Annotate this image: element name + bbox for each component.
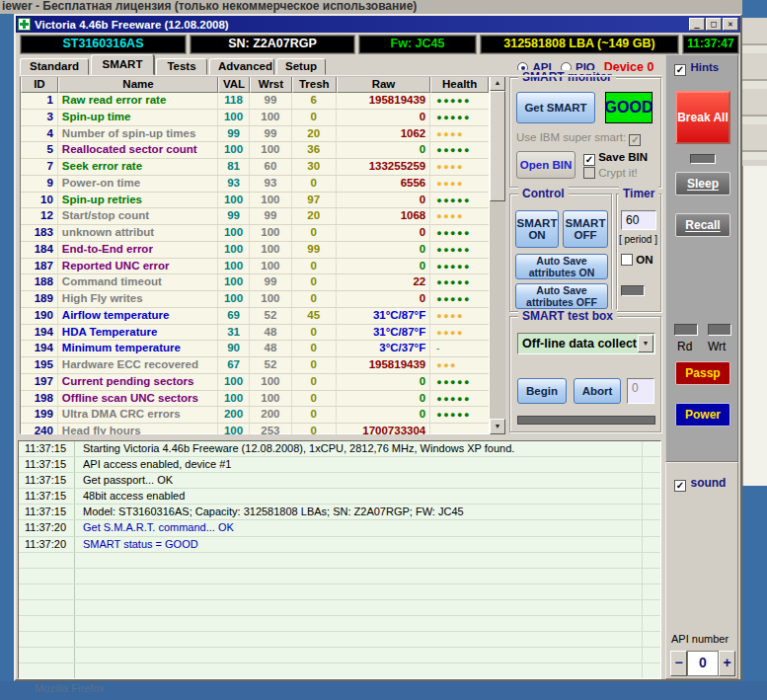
- begin-button[interactable]: Begin: [517, 378, 567, 404]
- sound-checkbox[interactable]: [674, 480, 686, 492]
- hints-checkbox[interactable]: [674, 64, 686, 76]
- table-row[interactable]: 240Head fly hours10025301700733304: [21, 424, 489, 434]
- timer-input[interactable]: 60: [621, 210, 656, 230]
- table-row[interactable]: 198Offline scan UNC sectors10010000●●●●●: [21, 391, 489, 408]
- abort-button[interactable]: Abort: [574, 378, 621, 404]
- log-end-cell: [643, 505, 660, 519]
- table-row[interactable]: 199Ultra DMA CRC errors20020000●●●●●: [21, 407, 489, 424]
- rd-label: Rd: [677, 340, 692, 353]
- col-name[interactable]: Name: [58, 76, 218, 93]
- timer-on-checkbox[interactable]: [621, 254, 633, 266]
- log-message: [75, 569, 643, 583]
- table-row[interactable]: 195Hardware ECC recovered67520195819439●…: [21, 357, 489, 374]
- cell-id: 194: [21, 341, 58, 356]
- api-plus-button[interactable]: +: [719, 651, 735, 676]
- table-row[interactable]: 5Reallocated sector count100100360●●●●●: [21, 142, 489, 159]
- table-row[interactable]: 3Spin-up time10010000●●●●●: [21, 110, 489, 126]
- col-raw[interactable]: Raw: [337, 76, 431, 93]
- api-minus-button[interactable]: −: [670, 651, 687, 676]
- table-row[interactable]: 4Number of spin-up times9999201062●●●●: [21, 126, 489, 143]
- cell-id: 183: [21, 225, 58, 241]
- scroll-down-icon[interactable]: ▼: [490, 419, 505, 434]
- table-row[interactable]: 188Command timeout10099022●●●●●: [21, 274, 489, 291]
- table-row[interactable]: 187Reported UNC error10010000●●●●●: [21, 259, 489, 275]
- cell-name: Power-on time: [58, 176, 218, 192]
- power-button[interactable]: Power: [675, 403, 730, 427]
- table-row[interactable]: 190Airflow temperature69524531°C/87°F●●●…: [21, 308, 489, 325]
- period-label: [ period ]: [619, 234, 657, 245]
- cell-tresh: 0: [292, 325, 337, 341]
- table-row[interactable]: 183unknown attribut10010000●●●●●: [21, 225, 489, 242]
- minimize-button[interactable]: _: [689, 18, 705, 31]
- cell-id: 197: [21, 374, 58, 390]
- col-wrst[interactable]: Wrst: [250, 76, 292, 93]
- cell-val: 118: [218, 93, 250, 109]
- test-select[interactable]: Off-line data collect ▼: [517, 333, 655, 354]
- log-end-cell: [643, 473, 660, 488]
- table-row[interactable]: 7Seek error rate816030133255259●●●●: [21, 159, 489, 176]
- chevron-down-icon[interactable]: ▼: [638, 335, 653, 352]
- right-sidebar: Hints Break All Sleep Recall Rd Wrt Pass…: [665, 54, 738, 462]
- col-tresh[interactable]: Tresh: [292, 76, 337, 93]
- table-row[interactable]: 197Current pending sectors10010000●●●●●: [21, 374, 489, 391]
- crypt-checkbox[interactable]: [583, 167, 595, 179]
- open-bin-button[interactable]: Open BIN: [516, 151, 575, 179]
- passport-button[interactable]: Passp: [675, 361, 730, 385]
- smart-monitor-title: SMART monitor: [518, 70, 616, 84]
- table-row[interactable]: 194Minimum temperature904803°C/37°F-: [21, 341, 489, 357]
- tab-smart[interactable]: SMART: [91, 54, 154, 75]
- scrollbar-thumb[interactable]: [490, 91, 505, 201]
- cell-wrst: 93: [250, 176, 292, 192]
- cell-raw: 0: [337, 193, 431, 208]
- table-row[interactable]: 184End-to-End error100100990●●●●●: [21, 242, 489, 259]
- cell-wrst: 60: [250, 159, 292, 175]
- cell-val: 100: [218, 391, 250, 407]
- cell-tresh: 97: [292, 193, 337, 208]
- close-button[interactable]: ✕: [723, 18, 738, 31]
- break-all-button[interactable]: Break All: [675, 91, 730, 144]
- table-row[interactable]: 189High Fly writes10010000●●●●●: [21, 291, 489, 308]
- col-val[interactable]: VAL: [218, 76, 250, 93]
- tab-tests[interactable]: Tests: [156, 58, 207, 75]
- table-scrollbar[interactable]: ▲ ▼: [490, 75, 505, 434]
- cell-health: [430, 424, 489, 434]
- col-id[interactable]: ID: [21, 76, 58, 93]
- get-smart-button[interactable]: Get SMART: [516, 92, 595, 123]
- log-end-cell: [643, 441, 660, 456]
- title-bar[interactable]: Victoria 4.46b Freeware (12.08.2008) _ □…: [16, 16, 740, 33]
- log-area[interactable]: 11:37:15Starting Victoria 4.46b Freeware…: [18, 440, 661, 679]
- cell-wrst: 100: [250, 225, 292, 241]
- tab-setup[interactable]: Setup: [276, 58, 326, 75]
- tab-advanced[interactable]: Advanced: [209, 58, 274, 75]
- cell-tresh: 36: [292, 142, 337, 158]
- cell-val: 69: [218, 308, 250, 324]
- test-count-input[interactable]: 0: [627, 378, 654, 404]
- write-led: [708, 324, 731, 336]
- cell-name: Current pending sectors: [58, 374, 218, 390]
- cell-name: Ultra DMA CRC errors: [58, 407, 218, 423]
- table-row[interactable]: 10Spin-up retries100100970●●●●●: [21, 193, 489, 209]
- cell-raw: 1062: [337, 126, 431, 142]
- victoria-window: Victoria 4.46b Freeware (12.08.2008) _ □…: [14, 14, 742, 681]
- table-row[interactable]: 1Raw read error rate118996195819439●●●●●: [21, 93, 489, 110]
- table-row[interactable]: 194HDA Temperature3148031°C/87°F●●●●: [21, 325, 489, 342]
- auto-save-on-button[interactable]: Auto Save attributes ON: [515, 254, 608, 279]
- crypt-label: Crypt it!: [598, 167, 638, 179]
- tab-standard[interactable]: Standard: [20, 58, 89, 75]
- sleep-button[interactable]: Sleep: [675, 172, 730, 195]
- scroll-up-icon[interactable]: ▲: [490, 75, 505, 91]
- table-row[interactable]: 9Power-on time939306556●●●●: [21, 176, 489, 193]
- auto-save-off-button[interactable]: Auto Save attributes OFF: [515, 283, 608, 309]
- api-number-label: API number: [671, 633, 729, 645]
- ibm-smart-checkbox[interactable]: [629, 134, 641, 146]
- recall-button[interactable]: Recall: [675, 213, 730, 237]
- restore-button[interactable]: □: [706, 18, 722, 31]
- cell-name: End-to-End error: [58, 242, 218, 258]
- table-row[interactable]: 12Start/stop count9999201068●●●●: [21, 208, 489, 225]
- save-bin-checkbox[interactable]: [583, 154, 595, 166]
- cell-val: 100: [218, 259, 250, 274]
- col-health[interactable]: Health: [430, 76, 489, 93]
- smart-off-button[interactable]: SMART OFF: [563, 210, 608, 248]
- smart-on-button[interactable]: SMART ON: [515, 210, 559, 248]
- cell-name: Hardware ECC recovered: [58, 357, 218, 373]
